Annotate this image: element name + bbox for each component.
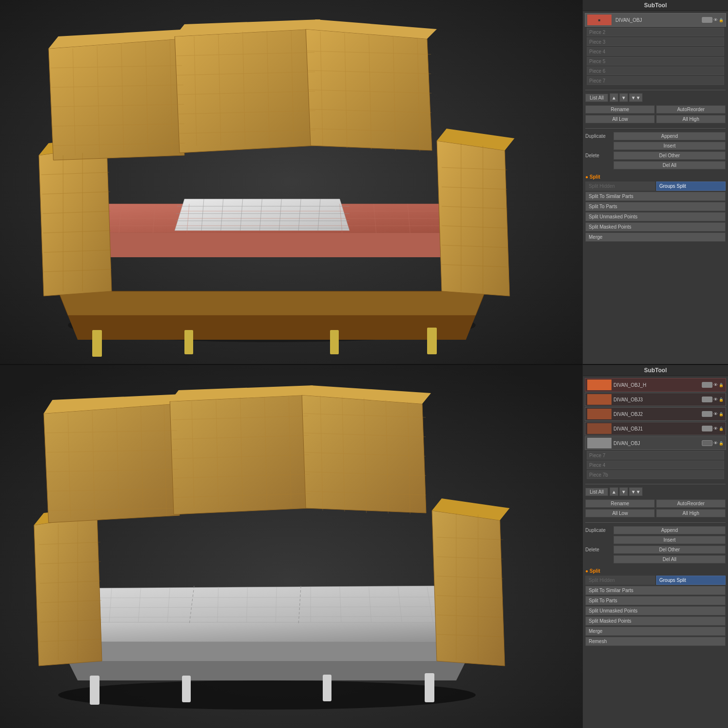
level-row-bottom: All Low All High xyxy=(585,509,726,517)
merge-bottom-button[interactable]: Merge xyxy=(585,627,726,636)
lock-icon-2[interactable]: 🔒 xyxy=(719,397,724,402)
split-parts-button[interactable]: Split To Parts xyxy=(585,202,726,211)
list-row-bottom: List All ▲ ▼ ▼▼ xyxy=(583,486,728,497)
nav-down2-button[interactable]: ▼▼ xyxy=(629,93,643,102)
lock-icon-1[interactable]: 🔒 xyxy=(719,383,724,387)
vis-toggle-2[interactable] xyxy=(702,397,712,402)
groups-split-button[interactable]: Groups Split xyxy=(656,182,726,191)
visibility-toggle[interactable] xyxy=(702,17,712,23)
del-all-button[interactable]: Del All xyxy=(613,161,726,169)
autoreorder-bottom-button[interactable]: AutoReorder xyxy=(656,499,726,508)
subtool-item-divan-0[interactable]: DIVAN_OBJ 👁 🔒 xyxy=(585,436,726,450)
subtool-name-active: DIVAN_OBJ xyxy=(615,17,702,23)
all-high-button[interactable]: All High xyxy=(656,115,726,123)
subtool-placeholder-7[interactable]: Piece 7 xyxy=(587,76,724,85)
divider-2 xyxy=(585,128,726,129)
placeholder-label-3: Piece 3 xyxy=(589,39,605,45)
all-low-button[interactable]: All Low xyxy=(585,115,655,123)
lock-icon-3[interactable]: 🔒 xyxy=(719,412,724,416)
subtool-placeholder-2[interactable]: Piece 2 xyxy=(587,28,724,36)
subtool-placeholder-b3[interactable]: Piece 4 xyxy=(587,461,724,469)
groups-split-bottom-button[interactable]: Groups Split xyxy=(656,576,726,585)
split-hidden-button[interactable]: Split Hidden xyxy=(585,182,655,191)
subtool-item-active[interactable]: ■ DIVAN_OBJ 👁 🔒 xyxy=(585,13,726,27)
vis-toggle-5[interactable] xyxy=(702,440,712,446)
del-other-bottom-button[interactable]: Del Other xyxy=(613,546,726,554)
svg-rect-85 xyxy=(427,328,437,354)
viewport-top[interactable] xyxy=(0,0,582,364)
nav-up-button[interactable]: ▲ xyxy=(610,93,618,102)
subtool-placeholder-4[interactable]: Piece 4 xyxy=(587,47,724,56)
autoreorder-button[interactable]: AutoReorder xyxy=(656,105,726,114)
list-all-button[interactable]: List All xyxy=(585,94,608,102)
subtool-placeholder-6[interactable]: Piece 6 xyxy=(587,66,724,75)
vis-toggle-4[interactable] xyxy=(702,426,712,431)
svg-marker-30 xyxy=(437,141,510,296)
split-masked-button[interactable]: Split Masked Points xyxy=(585,222,726,232)
svg-rect-84 xyxy=(92,330,102,357)
split-similar-bottom-button[interactable]: Split To Similar Parts xyxy=(585,586,726,595)
main-container: SubTool ■ DIVAN_OBJ 👁 🔒 xyxy=(0,0,728,728)
rename-row-bottom: Rename AutoReorder xyxy=(585,499,726,508)
rename-bottom-button[interactable]: Rename xyxy=(585,499,655,508)
del-other-button[interactable]: Del Other xyxy=(613,151,726,160)
eye-icon-1[interactable]: 👁 xyxy=(713,382,718,387)
panel-top-title: SubTool xyxy=(583,0,728,11)
duplicate-label-bottom: Duplicate xyxy=(585,528,612,533)
eye-icon-2[interactable]: 👁 xyxy=(713,397,718,402)
lock-icon-4[interactable]: 🔒 xyxy=(719,427,724,431)
svg-marker-110 xyxy=(34,515,102,666)
svg-marker-112 xyxy=(432,511,505,666)
eye-icon-5[interactable]: 👁 xyxy=(713,441,718,446)
lock-icon[interactable]: 🔒 xyxy=(719,18,724,22)
append-bottom-button[interactable]: Append xyxy=(613,526,726,534)
split-unmasked-bottom-button[interactable]: Split Unmasked Points xyxy=(585,606,726,615)
subtool-placeholder-5[interactable]: Piece 5 xyxy=(587,57,724,66)
split-masked-bottom-button[interactable]: Split Masked Points xyxy=(585,616,726,626)
nav-down2-bottom-button[interactable]: ▼▼ xyxy=(629,487,643,496)
svg-marker-28 xyxy=(39,146,112,296)
viewport-column xyxy=(0,0,582,728)
insert-row: Insert xyxy=(585,142,726,150)
subtool-item-divan-h[interactable]: DIVAN_OBJ_H 👁 🔒 xyxy=(585,378,726,392)
split-hidden-bottom-button[interactable]: Split Hidden xyxy=(585,576,655,585)
viewport-bottom[interactable] xyxy=(0,364,582,728)
insert-bottom-button[interactable]: Insert xyxy=(613,536,726,544)
eye-icon-4[interactable]: 👁 xyxy=(713,426,718,431)
panel-bottom: SubTool DIVAN_OBJ_H 👁 🔒 xyxy=(582,364,728,728)
eye-icon[interactable]: 👁 xyxy=(713,17,718,22)
subtool-item-divan-3[interactable]: DIVAN_OBJ3 👁 🔒 xyxy=(585,393,726,406)
subtool-item-divan-1[interactable]: DIVAN_OBJ1 👁 🔒 xyxy=(585,422,726,435)
insert-button[interactable]: Insert xyxy=(613,142,726,150)
subtool-icon-active: ■ xyxy=(587,15,612,25)
subtool-placeholder-b2[interactable]: Piece 7 xyxy=(587,451,724,460)
panel-column: SubTool ■ DIVAN_OBJ 👁 🔒 xyxy=(582,0,728,728)
subtool-placeholder-b4[interactable]: Piece 7b xyxy=(587,470,724,479)
lock-icon-5[interactable]: 🔒 xyxy=(719,441,724,446)
subtool-placeholder-3[interactable]: Piece 3 xyxy=(587,37,724,46)
nav-up-bottom-button[interactable]: ▲ xyxy=(610,487,618,496)
placeholder-b2-label: Piece 7 xyxy=(589,453,605,458)
all-high-bottom-button[interactable]: All High xyxy=(656,509,726,517)
split-similar-button[interactable]: Split To Similar Parts xyxy=(585,192,726,201)
del-all-bottom-button[interactable]: Del All xyxy=(613,555,726,563)
eye-icon-3[interactable]: 👁 xyxy=(713,412,718,416)
remesh-bottom-button[interactable]: Remesh xyxy=(585,637,726,646)
subtool-item-divan-2[interactable]: DIVAN_OBJ2 👁 🔒 xyxy=(585,407,726,421)
nav-down-bottom-button[interactable]: ▼ xyxy=(619,487,628,496)
split-unmasked-button[interactable]: Split Unmasked Points xyxy=(585,212,726,221)
list-all-bottom-button[interactable]: List All xyxy=(585,488,608,496)
split-header-bottom: ● Split xyxy=(583,567,728,575)
nav-down-button[interactable]: ▼ xyxy=(619,93,628,102)
subtool-name-divan-3: DIVAN_OBJ3 xyxy=(613,397,643,402)
rename-button[interactable]: Rename xyxy=(585,105,655,114)
vis-toggle-3[interactable] xyxy=(702,411,712,417)
bottom-controls-3: 👁 🔒 xyxy=(702,411,724,417)
vis-toggle-1[interactable] xyxy=(702,382,712,388)
nav-arrows-bottom: ▲ ▼ ▼▼ xyxy=(610,487,643,496)
all-low-bottom-button[interactable]: All Low xyxy=(585,509,655,517)
merge-button[interactable]: Merge xyxy=(585,232,726,242)
append-button[interactable]: Append xyxy=(613,132,726,140)
split-parts-bottom-button[interactable]: Split To Parts xyxy=(585,596,726,605)
svg-rect-166 xyxy=(90,676,99,705)
